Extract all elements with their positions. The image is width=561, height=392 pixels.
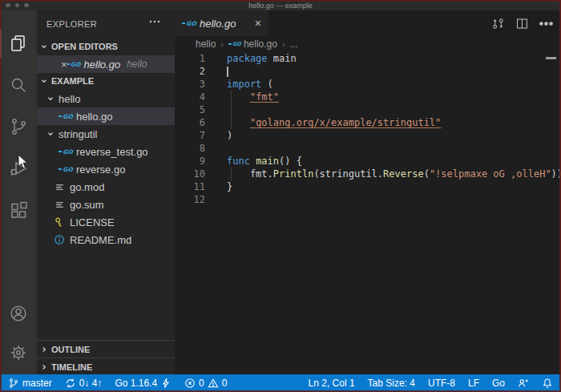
breadcrumb-separator: › [220,39,224,49]
tree-item-go-mod[interactable]: go.mod [37,178,175,196]
source-control-activity-button[interactable] [0,108,37,145]
timeline-panel-header[interactable]: TIMELINE [37,358,175,376]
encoding-indicator[interactable]: UTF-8 [428,378,455,389]
breadcrumb-separator: › [282,39,285,49]
chevron-right-icon [40,346,48,354]
views-more-actions-icon[interactable] [149,20,160,23]
chevron-down-icon [46,130,54,138]
license-key-icon [53,216,66,228]
import-link-fmt[interactable]: "fmt" [250,91,279,103]
open-editors-header[interactable]: OPEN EDITORS [37,38,175,55]
search-activity-button[interactable] [0,67,37,103]
open-changes-icon[interactable] [491,17,505,30]
go-file-icon: GO [59,163,72,176]
editor-group: GO hello.go × hello › GO hello.go › ... … [175,10,561,374]
tree-item-go-sum[interactable]: go.sum [37,196,175,213]
chevron-right-icon [40,363,48,371]
code-editor[interactable]: 1package main 2 3import ( 4 "fmt" 5 6 "g… [175,52,561,206]
indent-guide [231,168,232,180]
account-icon [9,304,28,323]
sync-icon [65,378,76,389]
go-version-indicator[interactable]: Go 1.16.4 [115,378,172,389]
error-icon [184,378,196,389]
go-file-icon: GO [228,41,241,47]
tab-size-indicator[interactable]: Tab Size: 4 [368,378,415,389]
git-branch-icon [8,378,19,389]
breadcrumb: hello › GO hello.go › ... [175,36,561,52]
tree-item-reverse-test-go[interactable]: GO reverse_test.go [37,143,175,160]
account-button[interactable] [0,295,37,332]
chevron-down-icon [40,42,48,51]
example-folder-header[interactable]: EXAMPLE [37,72,175,90]
sync-indicator[interactable]: 0↓ 4↑ [65,378,103,389]
title-bar: hello.go — example [0,0,561,10]
notifications-bell-icon[interactable] [542,378,553,389]
tree-item-license[interactable]: LICENSE [37,213,175,231]
tree-item-hello-go[interactable]: GO hello.go [37,107,175,125]
warning-icon [208,378,219,389]
info-icon [53,233,66,246]
file-tree: hello GO hello.go stringutil GO reverse_… [37,90,175,249]
settings-button[interactable] [0,334,37,371]
text-cursor [227,67,228,77]
breadcrumb-file[interactable]: hello.go [244,38,277,50]
window-title: hello.go — example [0,2,561,10]
explorer-activity-button[interactable] [0,25,37,62]
source-control-icon [9,117,28,136]
lines-file-icon [53,180,66,193]
eol-indicator[interactable]: LF [468,378,479,389]
outline-panel-header[interactable]: OUTLINE [37,340,175,358]
files-icon [9,34,28,53]
chevron-down-icon [46,95,54,103]
go-file-icon: GO [59,110,72,123]
tab-bar: GO hello.go × [175,10,561,36]
tree-item-hello[interactable]: hello [37,90,175,107]
explorer-sidebar: EXPLORER OPEN EDITORS × GO hello.go hell… [37,10,175,374]
branch-indicator[interactable]: master [8,378,52,389]
split-editor-icon[interactable] [515,17,529,30]
lines-file-icon [53,198,66,211]
breadcrumb-folder[interactable]: hello [196,38,216,50]
bolt-icon [160,378,172,389]
go-file-icon: GO [67,58,80,71]
overview-ruler-marker [546,57,556,59]
go-file-icon: GO [183,17,196,30]
close-tab-icon[interactable]: × [255,18,261,29]
import-link-stringutil[interactable]: "golang.org/x/example/stringutil" [250,117,441,128]
indent-guide [231,91,232,129]
extensions-activity-button[interactable] [0,192,37,228]
search-icon [9,75,28,95]
language-indicator[interactable]: Go [492,378,505,389]
sidebar-title: EXPLORER [46,19,97,29]
chevron-down-icon [40,77,48,85]
more-actions-icon[interactable] [539,17,553,30]
open-editor-hello-go[interactable]: × GO hello.go hello [37,55,175,73]
problems-indicator[interactable]: 0 0 [184,378,227,389]
activity-bar [0,10,37,374]
tree-item-reverse-go[interactable]: GO reverse.go [37,160,175,178]
extensions-icon [9,200,28,220]
feedback-icon[interactable] [518,378,529,389]
settings-gear-icon [9,343,28,362]
mouse-pointer [18,154,28,169]
tree-item-stringutil[interactable]: stringutil [37,125,175,143]
tree-item-readme[interactable]: README.md [37,231,175,249]
tab-hello-go[interactable]: GO hello.go × [175,10,268,36]
breadcrumb-symbol[interactable]: ... [290,38,298,50]
status-bar: master 0↓ 4↑ Go 1.16.4 0 0 Ln 2, Col 1 T… [0,374,561,392]
go-file-icon: GO [59,145,72,158]
cursor-position-indicator[interactable]: Ln 2, Col 1 [309,378,355,389]
